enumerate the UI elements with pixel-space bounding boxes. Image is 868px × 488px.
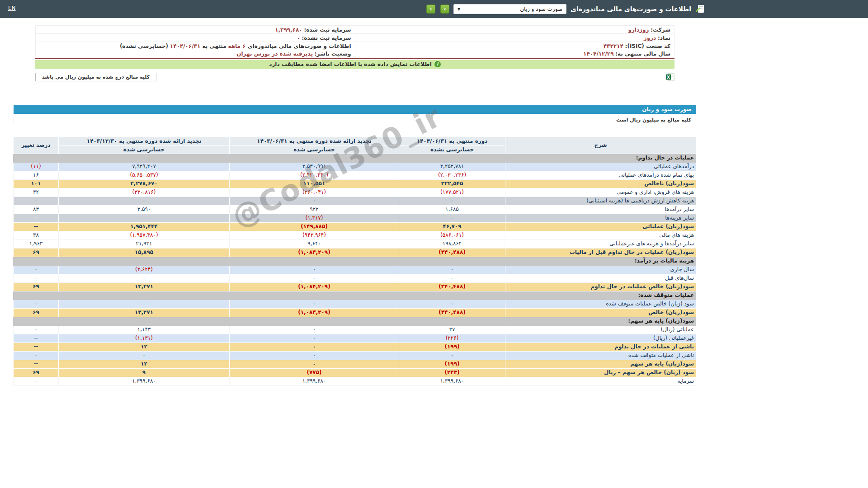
- row-value-period2: ۰: [230, 334, 399, 343]
- table-row: سود(زیان) پایه هر سهم(۱۹۹)۰۱۲--: [14, 360, 696, 368]
- row-label: عملیاتی (ریال): [505, 325, 696, 334]
- row-value-period2: (۲۶۰,۰۴۱): [230, 188, 399, 197]
- isic-label: کد صنعت (ISIC):: [625, 43, 670, 49]
- table-row: سایر درآمدها۱,۶۸۵۹۲۲۳,۵۹۰۸۳: [14, 205, 696, 214]
- row-value-period3: [59, 317, 230, 325]
- col-subheader-period1-audit: حسابرسی نشده: [399, 145, 505, 154]
- row-value-period3: [59, 257, 230, 265]
- row-change-percent: (۱۱): [14, 162, 59, 171]
- page-content: شرکت: روزدارو سرمایه ثبت شده: ۱,۳۹۹,۶۸۰ …: [14, 25, 696, 386]
- table-row: سود(زیان) خالص(۳۴۰,۴۸۸)(۱,۰۸۴,۲۰۹)۱۳,۲۷۱…: [14, 308, 696, 317]
- isic-value: ۴۳۲۲۱۴: [604, 43, 623, 49]
- row-label: سایر هزینه‌ها: [505, 214, 696, 222]
- publisher-status-cell: وضعیت ناشر: پذیرفته شده در بورس تهران: [36, 50, 355, 58]
- symbol-cell: نماد: دروز: [355, 34, 675, 42]
- row-change-percent: ۰: [14, 300, 59, 308]
- row-value-period2: ۰: [230, 300, 399, 308]
- fiscal-year-label: سال مالی منتهی به:: [615, 51, 670, 57]
- row-value-period3: ۹: [59, 368, 230, 377]
- unregistered-capital-label: سرمایه ثبت نشده:: [302, 35, 351, 41]
- report-refresh-icon: [695, 4, 705, 14]
- section-row: هزینه مالیات بر درآمد:: [14, 257, 696, 265]
- top-navbar: EN اطلاعات و صورت‌های مالی میاندوره‌ای ص…: [0, 0, 868, 18]
- unregistered-capital-value: ۰: [297, 35, 300, 41]
- company-info-table: شرکت: روزدارو سرمایه ثبت شده: ۱,۳۹۹,۶۸۰ …: [35, 25, 675, 59]
- row-value-period1: (۲۲۶): [399, 334, 505, 343]
- row-label: سود (زیان) خالص هر سهم – ریال: [505, 368, 696, 377]
- row-change-percent: ۰: [14, 265, 59, 274]
- company-cell: شرکت: روزدارو: [355, 26, 675, 34]
- statement-table-header: شرح دوره منتهی به ۱۴۰۴/۰۶/۳۱ تجدید ارائه…: [14, 136, 696, 154]
- report-period-text: منتهی به: [200, 43, 226, 49]
- row-change-percent: ۳۲: [14, 188, 59, 197]
- row-value-period3: ۱۲: [59, 360, 230, 368]
- row-value-period2: ۱۱۰,۵۵۱: [230, 179, 399, 188]
- row-value-period1: ۲۷: [399, 325, 505, 334]
- table-row: سرمایه۱,۳۹۹,۶۸۰۱,۳۹۹,۶۸۰۱,۳۹۹,۶۸۰۰: [14, 377, 696, 385]
- row-value-period3: ۱,۳۹۹,۶۸۰: [59, 377, 230, 385]
- row-label: سود(زیان) خالص عملیات در حال تداوم: [505, 282, 696, 291]
- row-value-period3: ۳,۵۹۰: [59, 205, 230, 214]
- registered-capital-value: ۱,۳۹۹,۶۸۰: [275, 27, 302, 33]
- row-value-period1: ۰: [399, 265, 505, 274]
- row-value-period2: ۰: [230, 343, 399, 351]
- row-label: ناشی از عملیات متوقف شده: [505, 351, 696, 360]
- row-label: عملیات متوقف شده:: [505, 291, 696, 300]
- report-period-text: اطلاعات و صورت‌های مالی میاندوره‌ای: [246, 43, 351, 49]
- row-change-percent: --: [14, 334, 59, 343]
- excel-export-button[interactable]: X: [665, 73, 675, 81]
- row-value-period2: ۹۲۲: [230, 205, 399, 214]
- row-value-period3: ۱۲: [59, 343, 230, 351]
- table-row: سود(زیان) ناخالص۲۲۲,۵۴۵۱۱۰,۵۵۱۲,۲۷۸,۶۷۰۱…: [14, 179, 696, 188]
- isic-cell: کد صنعت (ISIC): ۴۳۲۲۱۴: [355, 42, 675, 50]
- row-label: سایر درآمدها: [505, 205, 696, 214]
- row-label: غیرعملیاتی (ریال): [505, 334, 696, 343]
- table-row: سال جاری۰۰(۲,۶۲۴)۰: [14, 265, 696, 274]
- navbar-title: اطلاعات و صورت‌های مالی میاندوره‌ای: [571, 5, 691, 13]
- signature-match-banner: i اطلاعات نمایش داده شده با اطلاعات امضا…: [35, 60, 675, 69]
- row-change-percent: ۰: [14, 351, 59, 360]
- row-label: هزینه های مالی: [505, 231, 696, 239]
- row-value-period3: ۰: [59, 214, 230, 222]
- row-value-period2: (۱۴۹,۸۸۵): [230, 222, 399, 231]
- excel-icon: X: [665, 73, 675, 81]
- table-row: درآمدهای عملیاتی۲,۲۵۲,۷۸۱۲,۵۳۰,۹۹۱۷,۹۲۹,…: [14, 162, 696, 171]
- row-value-period1: (۳۴۰,۴۸۸): [399, 308, 505, 317]
- report-period-date: ۱۴۰۴/۰۶/۳۱: [170, 43, 200, 49]
- row-value-period1: [399, 317, 505, 325]
- chevron-down-icon: ▼: [458, 7, 460, 11]
- col-header-description: شرح: [505, 136, 696, 154]
- row-value-period3: ۱,۹۵۱,۴۴۴: [59, 222, 230, 231]
- row-value-period1: ۱۹۸,۸۶۴: [399, 239, 505, 248]
- table-row: سال‌های قبل۰۰۰۰: [14, 274, 696, 282]
- info-icon: i: [434, 61, 441, 67]
- row-change-percent: --: [14, 214, 59, 222]
- nav-forward-button[interactable]: ›: [440, 5, 449, 14]
- row-change-percent: ۰: [14, 197, 59, 205]
- units-note-tab: کلیه مبالغ درج شده به میلیون ریال می باش…: [35, 73, 156, 81]
- row-value-period1: (۲,۰۳۰,۲۳۶): [399, 171, 505, 179]
- row-value-period2: ۰: [230, 197, 399, 205]
- col-subheader-period2-audit: حسابرسی شده: [230, 145, 399, 154]
- statement-units-note: کلیه مبالغ به میلیون ریال است: [14, 116, 696, 124]
- row-value-period2: ۰: [230, 265, 399, 274]
- row-value-period1: ۰: [399, 214, 505, 222]
- row-value-period1: ۰: [399, 197, 505, 205]
- row-value-period1: (۳۴۰,۴۸۸): [399, 248, 505, 257]
- row-value-period3: (۳۳۰,۸۱۶): [59, 188, 230, 197]
- row-value-period2: [230, 317, 399, 325]
- row-value-period2: ۹,۶۴۰: [230, 239, 399, 248]
- nav-back-button[interactable]: ‹: [426, 5, 435, 14]
- row-change-percent: --: [14, 222, 59, 231]
- row-value-period1: (۱۷۷,۵۲۱): [399, 188, 505, 197]
- row-change-percent: ۳۸: [14, 231, 59, 239]
- row-value-period2: ۰: [230, 360, 399, 368]
- table-row: غیرعملیاتی (ریال)(۲۲۶)۰(۱,۱۳۱)--: [14, 334, 696, 343]
- info-row: نماد: دروز سرمایه ثبت نشده: ۰: [36, 34, 675, 42]
- row-value-period3: (۲,۶۲۴): [59, 265, 230, 274]
- statement-type-dropdown[interactable]: صورت سود و زیان ▼: [453, 4, 566, 14]
- language-toggle[interactable]: EN: [8, 5, 16, 11]
- row-change-percent: ۰: [14, 274, 59, 282]
- row-label: سرمایه: [505, 377, 696, 385]
- row-value-period3: [59, 154, 230, 162]
